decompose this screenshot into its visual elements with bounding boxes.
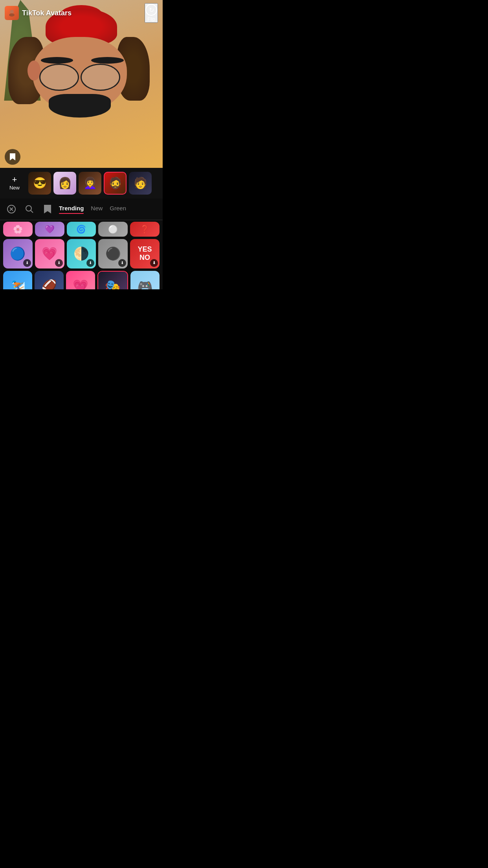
svg-point-5 [26, 206, 31, 211]
avatar-thumb-2[interactable]: 👩 [53, 172, 76, 195]
flip-label: Flip [147, 17, 155, 22]
saved-filter-button[interactable] [41, 202, 54, 216]
effect-img-2-3: 💗 + [66, 271, 95, 289]
effect-img-top-1: 🌸 [3, 222, 33, 237]
avatar-thumb-4[interactable]: 🧔 [104, 172, 127, 195]
no-label: NO [139, 254, 150, 262]
avatar-beard [49, 94, 110, 118]
tiktok-app-icon [5, 6, 19, 20]
effect-cell-2-3[interactable]: 💗 + [66, 271, 95, 289]
effect-cell-2-1[interactable]: ⛷️ ⬇ [3, 271, 32, 289]
effect-emoji-2-3: 💗 [73, 279, 88, 289]
effect-img-1-4: ⚫ ⬇ [98, 239, 128, 268]
effect-img-1-1: 🔵 ⬇ [3, 239, 33, 268]
tab-trending[interactable]: Trending [59, 205, 84, 213]
effect-img-top-3: 🌀 [67, 222, 96, 237]
yes-label: YES [138, 245, 152, 254]
tiktok-logo-area: TikTok Avatars [5, 6, 72, 20]
effect-cell-2-5[interactable]: 🎮 ⬇ [130, 271, 160, 289]
download-badge-1-2: ⬇ [55, 259, 63, 267]
app-container: TikTok Avatars ↻ Flip + New 😎 👩 👩‍🦱 [0, 0, 163, 289]
download-badge-1-1: ⬇ [23, 259, 31, 267]
effect-cell-1-4[interactable]: ⚫ ⬇ [98, 239, 128, 268]
filter-tabs: Trending New Green [59, 205, 158, 213]
effect-emoji-1-3: 🌗 [73, 246, 89, 261]
avatar-thumb-img-3: 👩‍🦱 [79, 172, 101, 195]
avatar-eyebrow-right [91, 57, 124, 64]
effects-row-1: 🔵 ⬇ 💗 ⬇ 🌗 ⬇ ⚫ ⬇ [3, 239, 160, 268]
tab-new[interactable]: New [91, 205, 103, 213]
effect-cell-top-3[interactable]: 🌀 [67, 222, 96, 237]
effect-img-2-1: ⛷️ ⬇ [3, 271, 32, 289]
app-title: TikTok Avatars [22, 9, 72, 17]
effect-emoji-1-1: 🔵 [10, 246, 26, 261]
tab-green[interactable]: Green [110, 205, 126, 213]
bookmark-button[interactable] [5, 149, 20, 165]
search-button[interactable] [23, 202, 36, 216]
avatar-selector-row: + New 😎 👩 👩‍🦱 🧔 🧑 [0, 168, 163, 199]
effects-row-2: ⛷️ ⬇ 🏈 ⬇ 💗 + 🎭 [3, 271, 160, 289]
download-badge-1-3: ⬇ [86, 259, 94, 267]
svg-point-0 [10, 10, 14, 14]
new-avatar-label: New [9, 185, 20, 191]
new-avatar-button[interactable]: + New [3, 172, 26, 195]
effect-cell-top-2[interactable]: 💜 [35, 222, 64, 237]
effect-cell-1-5[interactable]: YES NO ⬇ [130, 239, 160, 268]
effect-cell-1-1[interactable]: 🔵 ⬇ [3, 239, 33, 268]
effects-grid: 🌸 💜 🌀 ⚪ ❓ 🔵 ⬇ [0, 220, 163, 289]
effect-cell-2-4[interactable]: 🎭 [97, 271, 128, 289]
effect-img-top-2: 💜 [35, 222, 64, 237]
avatar-thumb-img-4: 🧔 [105, 173, 126, 194]
effect-emoji-1-2: 💗 [42, 246, 57, 261]
filter-bar: Trending New Green [0, 199, 163, 220]
effect-emoji-2-2: 🏈 [41, 279, 57, 289]
cancel-filter-button[interactable] [5, 202, 18, 216]
glass-left [39, 64, 79, 90]
effect-emoji-1-4: ⚫ [105, 246, 121, 261]
avatar-thumb-3[interactable]: 👩‍🦱 [79, 172, 101, 195]
top-header: TikTok Avatars ↻ Flip [0, 3, 163, 23]
effect-cell-1-2[interactable]: 💗 ⬇ [35, 239, 64, 268]
effect-cell-top-5[interactable]: ❓ [130, 222, 160, 237]
svg-line-6 [31, 210, 33, 213]
effect-img-2-5: 🎮 ⬇ [130, 271, 160, 289]
download-badge-1-4: ⬇ [118, 259, 126, 267]
download-badge-1-5: ⬇ [150, 259, 158, 267]
flip-icon: ↻ [145, 4, 157, 16]
flip-button[interactable]: ↻ Flip [145, 3, 158, 23]
effect-cell-1-3[interactable]: 🌗 ⬇ [67, 239, 96, 268]
effect-emoji-2-4: 🎭 [105, 279, 121, 289]
plus-icon: + [12, 175, 17, 184]
effect-img-2-2: 🏈 ⬇ [35, 271, 64, 289]
effect-img-top-4: ⚪ [98, 222, 128, 237]
effect-emoji-2-5: 🎮 [137, 279, 153, 289]
effect-emoji-2-1: ⛷️ [10, 279, 26, 289]
svg-point-1 [9, 13, 15, 17]
effect-cell-top-1[interactable]: 🌸 [3, 222, 33, 237]
effect-img-1-5: YES NO ⬇ [130, 239, 160, 268]
effects-row-top-partial: 🌸 💜 🌀 ⚪ ❓ [3, 222, 160, 237]
avatar-thumb-1[interactable]: 😎 [28, 172, 51, 195]
avatar-thumb-5[interactable]: 🧑 [129, 172, 152, 195]
effect-img-1-3: 🌗 ⬇ [67, 239, 96, 268]
avatar-thumb-img-1: 😎 [28, 172, 51, 195]
effect-cell-top-4[interactable]: ⚪ [98, 222, 128, 237]
avatar-glasses [33, 64, 127, 90]
camera-view: TikTok Avatars ↻ Flip [0, 0, 163, 168]
glass-right [81, 64, 120, 90]
effect-img-top-5: ❓ [130, 222, 160, 237]
effect-img-1-2: 💗 ⬇ [35, 239, 64, 268]
avatar-thumb-img-5: 🧑 [129, 172, 152, 195]
avatar-thumb-img-2: 👩 [53, 172, 76, 195]
effect-img-2-4: 🎭 [98, 272, 127, 289]
effect-cell-2-2[interactable]: 🏈 ⬇ [35, 271, 64, 289]
